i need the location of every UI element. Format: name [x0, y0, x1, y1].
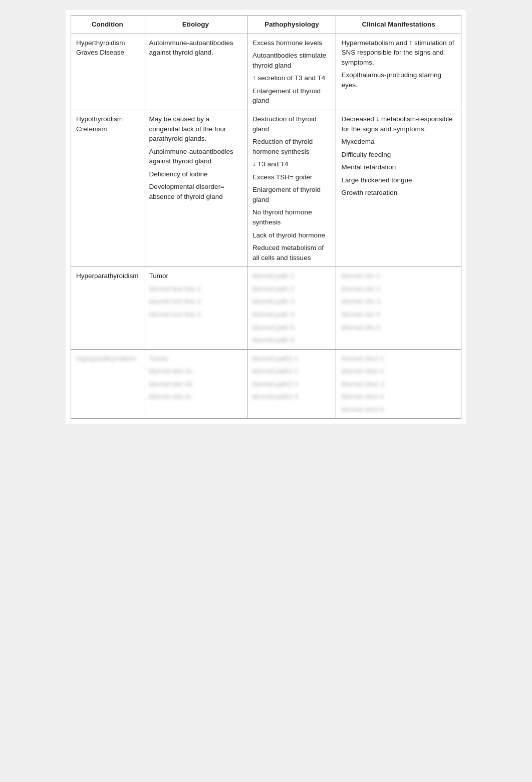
header-condition: Condition — [71, 16, 144, 34]
pathophysiology-blurred-2: blurred path2 1blurred path2 2blurred pa… — [247, 349, 336, 419]
pathophysiology-hyperparathyroidism: blurred path 1blurred path 2blurred path… — [247, 267, 336, 349]
pathophysiology-hypothyroidism: Destruction of thyroid glandReduction of… — [247, 110, 336, 267]
condition-hyperthyroidism: HyperthyroidismGraves Disease — [71, 34, 144, 110]
etiology-hypothyroidism: May be caused by a congenital lack of th… — [144, 110, 247, 267]
etiology-blurred-2: Tumorblurred etio 2ablurred etio 2bblurr… — [144, 349, 247, 419]
page-wrapper: Condition Etiology Pathophysiology Clini… — [66, 10, 466, 424]
header-etiology: Etiology — [144, 16, 247, 34]
condition-hyperparathyroidism: Hyperparathyroidism — [71, 267, 144, 349]
pathophysiology-hyperthyroidism: Excess hormone levelsAutoantibodies stim… — [247, 34, 336, 110]
condition-hypothyroidism: HypothyroidismCretenism — [71, 110, 144, 267]
condition-blurred-2: Hypoparathyroidism — [71, 349, 144, 419]
clinical-hypothyroidism: Decreased ↓ metabolism-responsible for t… — [336, 110, 461, 267]
clinical-blurred-2: blurred clin2 1blurred clin2 2blurred cl… — [336, 349, 461, 419]
medical-table: Condition Etiology Pathophysiology Clini… — [71, 15, 461, 419]
clinical-hyperthyroidism: Hypermetabolism and ↑ stimulation of SNS… — [336, 34, 461, 110]
header-clinical: Clinical Manifestations — [336, 16, 461, 34]
etiology-hyperthyroidism: Autoimmune-autoantibodies against thyroi… — [144, 34, 247, 110]
clinical-hyperparathyroidism: blurred clin 1blurred clin 2blurred clin… — [336, 267, 461, 349]
etiology-hyperparathyroidism: Tumorblurred text line 1blurred text lin… — [144, 267, 247, 349]
header-pathophysiology: Pathophysiology — [247, 16, 336, 34]
